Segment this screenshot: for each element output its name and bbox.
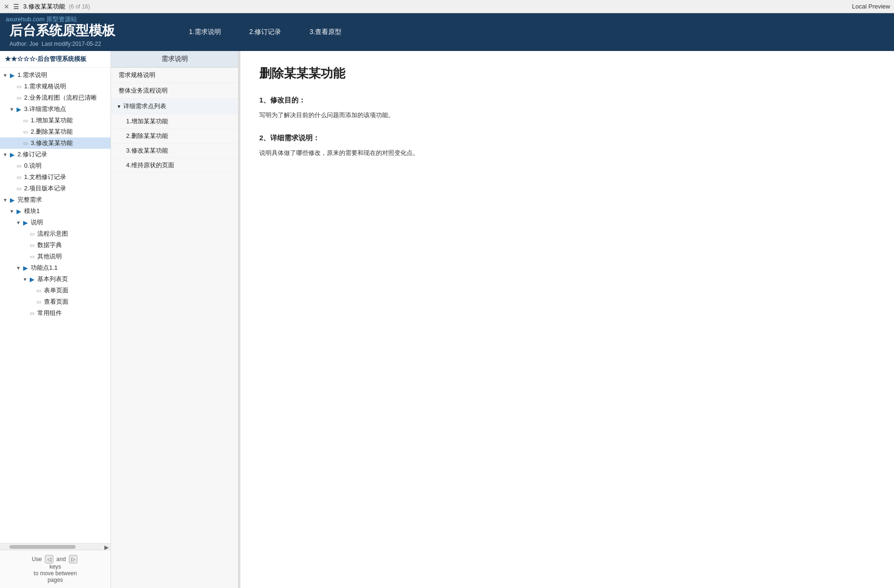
page-icon: ▭ (22, 129, 29, 135)
page-icon: ▭ (28, 310, 36, 316)
sidebar-tree-item-s3-1-2-1-2[interactable]: ▭ 查看页面 (0, 296, 111, 307)
folder-icon: ▶ (22, 264, 29, 272)
top-bar-left: ✕ ☰ 3.修改某某功能 (6 of 16) (4, 2, 90, 11)
page-icon: ▭ (15, 174, 23, 180)
section-title: 2、详细需求说明： (259, 134, 875, 143)
left-panel-sub-item-lp3-4[interactable]: 4.维持原状的页面 (111, 158, 238, 173)
content-area: 需求说明 需求规格说明整体业务流程说明▼详细需求点列表1.增加某某功能2.删除某… (111, 51, 894, 588)
local-preview-label: Local Preview (852, 3, 890, 10)
sidebar-tree-item-s1-3-3[interactable]: ▭ 3.修改某某功能 (0, 137, 111, 149)
tree-item-label: 2.业务流程图（流程已清晰 (24, 94, 109, 102)
main: ★★☆☆☆-后台管理系统模板 ▼ ▶ 1.需求说明 ▭ 1.需求规格说明 ▭ 2… (0, 51, 894, 588)
sidebar-title: ★★☆☆☆-后台管理系统模板 (0, 51, 111, 68)
tree-item-label: 1.需求说明 (17, 71, 109, 79)
tree-item-label: 数据字典 (37, 241, 109, 249)
tree-item-label: 完整需求 (17, 196, 109, 204)
hamburger-icon[interactable]: ☰ (13, 3, 19, 10)
header-subtitle: Author: Joe Last modify:2017-05-22 (9, 41, 151, 47)
top-bar: ✕ ☰ 3.修改某某功能 (6 of 16) Local Preview (0, 0, 894, 13)
left-panel-sub-item-lp3-1[interactable]: 1.增加某某功能 (111, 114, 238, 129)
header-nav-item-3[interactable]: 3.查看原型 (309, 28, 341, 36)
close-icon[interactable]: ✕ (4, 3, 9, 10)
sections-container: 1、修改目的： 写明为了解决目前的什么问题而添加的该项功能。 2、详细需求说明：… (259, 96, 875, 159)
page-icon: ▭ (15, 95, 23, 101)
section-toggle: ▼ (117, 104, 121, 109)
sidebar-tree-item-s3-1-2-1-1[interactable]: ▭ 表单页面 (0, 285, 111, 296)
folder-icon: ▶ (9, 72, 16, 79)
toggle-icon: ▼ (2, 197, 9, 203)
action-label: to move between (34, 570, 77, 577)
sidebar-tree-item-s3-1[interactable]: ▼ ▶ 模块1 (0, 205, 111, 217)
header-nav-item-2[interactable]: 2.修订记录 (249, 28, 281, 36)
sidebar-tree-item-s2-1[interactable]: ▭ 0.说明 (0, 160, 111, 171)
header-nav: 1.需求说明 2.修订记录 3.查看原型 (189, 28, 341, 36)
prev-page-button[interactable]: ◁ (45, 555, 53, 563)
sidebar-tree-item-s3-1-2-1[interactable]: ▼ ▶ 基本列表页 (0, 273, 111, 285)
tree-item-label: 其他说明 (37, 252, 109, 261)
sidebar-tree-item-s3-1-1-3[interactable]: ▭ 其他说明 (0, 251, 111, 262)
sidebar-tree-item-s1-3-1[interactable]: ▭ 1.增加某某功能 (0, 115, 111, 126)
sidebar: ★★☆☆☆-后台管理系统模板 ▼ ▶ 1.需求说明 ▭ 1.需求规格说明 ▭ 2… (0, 51, 111, 588)
tree-item-label: 0.说明 (24, 162, 109, 170)
sidebar-tree-item-s1-1[interactable]: ▭ 1.需求规格说明 (0, 81, 111, 92)
sidebar-tree-item-s1-3[interactable]: ▼ ▶ 3.详细需求地点 (0, 103, 111, 115)
left-panel-item-lp2[interactable]: 整体业务流程说明 (111, 83, 238, 99)
tree-item-label: 基本列表页 (37, 275, 109, 283)
next-page-button[interactable]: ▷ (69, 555, 77, 563)
toggle-icon: ▼ (2, 73, 9, 78)
page-tab-info: (6 of 16) (69, 3, 90, 10)
page-icon: ▭ (15, 186, 23, 192)
sidebar-tree-item-s1[interactable]: ▼ ▶ 1.需求说明 (0, 69, 111, 81)
tree-item-label: 流程示意图 (37, 230, 109, 238)
tree-item-label: 表单页面 (44, 286, 109, 295)
tree-item-label: 2.删除某某功能 (31, 128, 109, 136)
sidebar-scroll-right[interactable]: ▶ (104, 544, 109, 551)
tree-item-label: 查看页面 (44, 298, 109, 306)
toggle-icon: ▼ (15, 220, 22, 225)
use-label: Use (32, 556, 42, 562)
sidebar-tree-item-s3-1-1-2[interactable]: ▭ 数据字典 (0, 239, 111, 251)
sidebar-tree-item-s1-3-2[interactable]: ▭ 2.删除某某功能 (0, 126, 111, 137)
sidebar-tree-item-s3-1-2-2[interactable]: ▭ 常用组件 (0, 307, 111, 319)
folder-icon: ▶ (28, 276, 36, 283)
tree-item-label: 常用组件 (37, 309, 109, 317)
left-panel-sub-item-lp3-2[interactable]: 2.删除某某功能 (111, 129, 238, 144)
left-panel-sub-item-lp3-3[interactable]: 3.修改某某功能 (111, 144, 238, 158)
tree-item-label: 功能点1.1 (31, 264, 109, 272)
sidebar-tree-item-s2-2[interactable]: ▭ 1.文档修订记录 (0, 171, 111, 183)
left-panel: 需求说明 需求规格说明整体业务流程说明▼详细需求点列表1.增加某某功能2.删除某… (111, 51, 238, 588)
sidebar-scrollbar[interactable]: ▶ (0, 543, 111, 550)
page-icon: ▭ (28, 231, 36, 237)
toggle-icon: ▼ (9, 107, 15, 112)
page-icon: ▭ (35, 299, 43, 305)
section-title: 1、修改目的： (259, 96, 875, 105)
left-panel-section-lp3[interactable]: ▼详细需求点列表 (111, 99, 238, 114)
sidebar-tree-item-s3-1-1[interactable]: ▼ ▶ 说明 (0, 217, 111, 228)
page-tab-label: 3.修改某某功能 (23, 2, 65, 11)
sidebar-tree-item-s3[interactable]: ▼ ▶ 完整需求 (0, 194, 111, 205)
left-panel-item-lp1[interactable]: 需求规格说明 (111, 68, 238, 83)
sidebar-tree-item-s1-2[interactable]: ▭ 2.业务流程图（流程已清晰 (0, 92, 111, 103)
content-section-sec2: 2、详细需求说明： 说明具体做了哪些修改，原来的需要和现在的对照变化点。 (259, 134, 875, 158)
main-content: 删除某某某功能 1、修改目的： 写明为了解决目前的什么问题而添加的该项功能。 2… (240, 51, 894, 588)
sidebar-footer: Use ◁ and ▷ keys to move between pages (0, 550, 111, 588)
sidebar-tree[interactable]: ▼ ▶ 1.需求说明 ▭ 1.需求规格说明 ▭ 2.业务流程图（流程已清晰 ▼ … (0, 68, 111, 543)
sidebar-tree-item-s2[interactable]: ▼ ▶ 2.修订记录 (0, 149, 111, 160)
keys-label: keys (50, 563, 61, 570)
sidebar-tree-item-s3-1-1-1[interactable]: ▭ 流程示意图 (0, 228, 111, 239)
toggle-icon: ▼ (9, 209, 15, 214)
page-icon: ▭ (22, 118, 29, 124)
sidebar-tree-item-s2-3[interactable]: ▭ 2.项目版本记录 (0, 183, 111, 194)
header-nav-item-1[interactable]: 1.需求说明 (189, 28, 221, 36)
tree-item-label: 3.修改某某功能 (31, 139, 109, 147)
sidebar-scrollbar-thumb (9, 545, 76, 549)
tree-item-label: 1.文档修订记录 (24, 173, 109, 181)
tree-item-label: 2.项目版本记录 (24, 184, 109, 193)
tree-item-label: 3.详细需求地点 (24, 105, 109, 113)
tree-item-label: 说明 (31, 218, 109, 227)
left-panel-header: 需求说明 (111, 51, 238, 68)
header: axurehub.com 原型资源站 后台系统原型模板 Author: Joe … (0, 13, 894, 51)
site-link[interactable]: axurehub.com 原型资源站 (6, 16, 77, 23)
sidebar-tree-item-s3-1-2[interactable]: ▼ ▶ 功能点1.1 (0, 262, 111, 273)
page-icon: ▭ (28, 254, 36, 260)
